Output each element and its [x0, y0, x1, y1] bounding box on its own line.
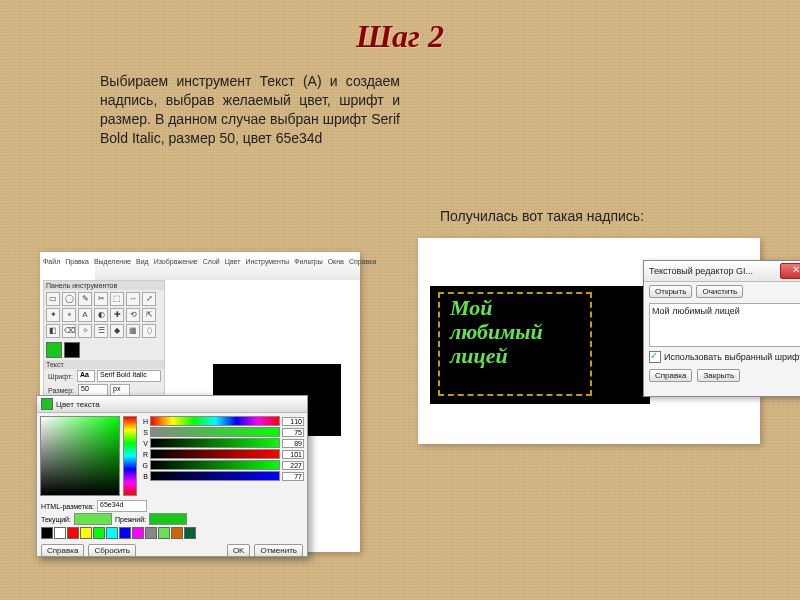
palette-swatch[interactable]	[184, 527, 196, 539]
font-field[interactable]: Serif Bold Italic	[97, 370, 161, 382]
tool-button[interactable]: ▭	[46, 292, 60, 306]
b-slider[interactable]	[150, 471, 280, 481]
s-slider[interactable]	[150, 427, 280, 437]
html-field[interactable]: 65e34d	[97, 500, 147, 512]
menu-item[interactable]: Слой	[203, 258, 220, 265]
g-value[interactable]: 227	[282, 461, 304, 470]
v-slider[interactable]	[150, 438, 280, 448]
palette-swatch[interactable]	[67, 527, 79, 539]
toolbox-grid: ▭ ◯ ✎ ✂ ⬚ ↔ ⤢ ✦ ⌖ A ◐ ✚ ⟲ ⇱ ◧ ⌫ ✧ ☰ ◆ ▦ …	[44, 290, 164, 340]
palette-swatch[interactable]	[145, 527, 157, 539]
close-button[interactable]: ✕	[780, 263, 800, 279]
palette-swatch[interactable]	[93, 527, 105, 539]
sv-picker[interactable]	[40, 416, 120, 496]
tool-button[interactable]: ⇱	[142, 308, 156, 322]
palette-swatch[interactable]	[41, 527, 53, 539]
g-slider[interactable]	[150, 460, 280, 470]
palette-swatch[interactable]	[54, 527, 66, 539]
use-font-label: Использовать выбранный шрифт	[664, 352, 800, 362]
h-slider[interactable]	[150, 416, 280, 426]
palette-swatch[interactable]	[80, 527, 92, 539]
menu-item[interactable]: Изображение	[154, 258, 198, 265]
bg-color-swatch[interactable]	[64, 342, 80, 358]
text-editor-title: Текстовый редактор GI...	[649, 266, 753, 276]
menu-item[interactable]: Вид	[136, 258, 149, 265]
tool-button[interactable]: ✧	[78, 324, 92, 338]
b-value[interactable]: 77	[282, 472, 304, 481]
palette-swatch[interactable]	[106, 527, 118, 539]
prev-label: Прежний:	[115, 516, 146, 523]
palette-swatch[interactable]	[171, 527, 183, 539]
menu-item[interactable]: Файл	[43, 258, 60, 265]
title-swatch-icon	[41, 398, 53, 410]
prev-swatch	[149, 513, 187, 525]
menu-item[interactable]: Фильтры	[294, 258, 323, 265]
dialog-titlebar: Цвет текста	[37, 396, 307, 413]
color-swatches[interactable]	[44, 340, 164, 360]
menu-item[interactable]: Справка	[349, 258, 376, 265]
r-slider[interactable]	[150, 449, 280, 459]
toolbox-header: Панель инструментов	[44, 281, 164, 290]
result-caption: Получилась вот такая надпись:	[440, 208, 644, 224]
ch-label: B	[140, 473, 148, 480]
cancel-button[interactable]: Отменить	[254, 544, 303, 557]
fg-color-swatch[interactable]	[46, 342, 62, 358]
ch-label: H	[140, 418, 148, 425]
menu-item[interactable]: Цвет	[225, 258, 241, 265]
palette-swatch[interactable]	[132, 527, 144, 539]
use-font-checkbox[interactable]	[649, 351, 661, 363]
s-value[interactable]: 75	[282, 428, 304, 437]
text-line: лицей	[450, 344, 543, 368]
font-label: Шрифт:	[46, 372, 75, 381]
open-button[interactable]: Открыть	[649, 285, 692, 298]
menu-item[interactable]: Инструменты	[245, 258, 289, 265]
gimp-menu-bar: Файл Правка Выделение Вид Изображение Сл…	[43, 258, 376, 265]
tool-button[interactable]: ◐	[94, 308, 108, 322]
tool-button[interactable]: ⬚	[110, 292, 124, 306]
tool-button[interactable]: ◧	[46, 324, 60, 338]
text-line: Мой	[450, 296, 543, 320]
tool-button[interactable]: ✦	[46, 308, 60, 322]
tool-button[interactable]: ◯	[62, 292, 76, 306]
reset-button[interactable]: Сбросить	[88, 544, 136, 557]
clear-button[interactable]: Очистить	[696, 285, 743, 298]
tool-button[interactable]: ⌖	[62, 308, 76, 322]
ch-label: G	[140, 462, 148, 469]
text-section-header: Текст	[44, 360, 164, 369]
page-title: Шаг 2	[0, 0, 800, 55]
tool-button[interactable]: ⌫	[62, 324, 76, 338]
close-text-button[interactable]: Закрыть	[697, 369, 740, 382]
palette-swatch[interactable]	[119, 527, 131, 539]
menu-item[interactable]: Правка	[65, 258, 89, 265]
font-preview: Aa	[77, 370, 95, 382]
text-editor-area[interactable]: Мой любимый лицей	[649, 303, 800, 347]
palette-swatch[interactable]	[158, 527, 170, 539]
text-editor-dialog: Текстовый редактор GI... ✕ Открыть Очист…	[643, 260, 800, 397]
tool-button[interactable]: ✂	[94, 292, 108, 306]
palette-row	[37, 525, 307, 541]
tool-button[interactable]: ✚	[110, 308, 124, 322]
tool-button[interactable]: ☰	[94, 324, 108, 338]
ch-label: S	[140, 429, 148, 436]
tool-button[interactable]: ▦	[126, 324, 140, 338]
v-value[interactable]: 89	[282, 439, 304, 448]
ch-label: R	[140, 451, 148, 458]
tool-button[interactable]: ✎	[78, 292, 92, 306]
tool-button[interactable]: ◆	[110, 324, 124, 338]
result-canvas: Мой любимый лицей	[430, 286, 650, 404]
ok-button[interactable]: OK	[227, 544, 251, 557]
menu-item[interactable]: Выделение	[94, 258, 131, 265]
hue-slider[interactable]	[123, 416, 137, 496]
help-button[interactable]: Справка	[649, 369, 692, 382]
tool-button[interactable]: ⟲	[126, 308, 140, 322]
h-value[interactable]: 110	[282, 417, 304, 426]
help-button[interactable]: Справка	[41, 544, 84, 557]
tool-button[interactable]: ⤢	[142, 292, 156, 306]
tool-button[interactable]: ↔	[126, 292, 140, 306]
size-label: Размер:	[46, 386, 76, 395]
current-swatch	[74, 513, 112, 525]
tool-button[interactable]: A	[78, 308, 92, 322]
r-value[interactable]: 101	[282, 450, 304, 459]
menu-item[interactable]: Окна	[328, 258, 344, 265]
tool-button[interactable]: ⬯	[142, 324, 156, 338]
